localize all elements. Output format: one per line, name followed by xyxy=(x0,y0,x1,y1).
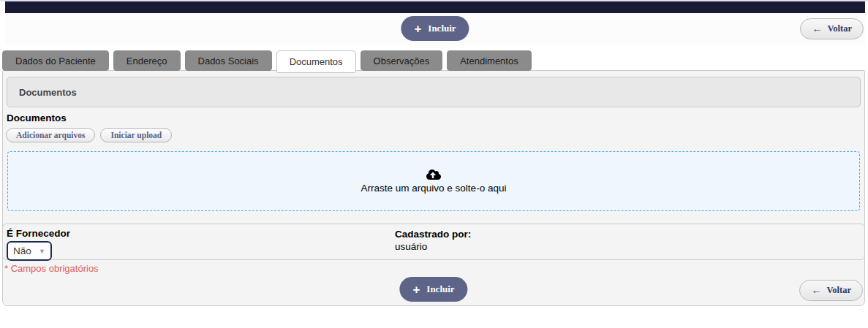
cloud-upload-icon xyxy=(426,169,441,180)
bottom-toolbar: + Incluir ← Voltar xyxy=(3,275,864,305)
cadastrado-por-group: Cadastrado por: usuário xyxy=(395,229,471,252)
voltar-button-label: Voltar xyxy=(826,285,851,296)
chevron-down-icon: ▼ xyxy=(39,248,45,255)
voltar-button-label: Voltar xyxy=(827,23,852,34)
content-card: Documentos Documentos Adicionar arquivos… xyxy=(2,70,865,306)
add-files-button[interactable]: Adicionar arquivos xyxy=(6,128,95,142)
tab-dados-do-paciente[interactable]: Dados do Paciente xyxy=(2,50,109,71)
back-arrow-icon: ← xyxy=(811,286,821,296)
incluir-button-label: Incluir xyxy=(428,23,456,34)
section-title: Documentos xyxy=(19,87,77,98)
plus-icon: + xyxy=(412,283,420,296)
incluir-button-top[interactable]: + Incluir xyxy=(401,16,469,41)
documents-field-label: Documentos xyxy=(7,112,864,123)
incluir-button-bottom[interactable]: + Incluir xyxy=(399,277,467,302)
dropzone-text: Arraste um arquivo e solte-o aqui xyxy=(361,183,507,194)
fornecedor-section: É Fornecedor Não ▼ Cadastrado por: usuár… xyxy=(2,224,865,260)
cadastrado-por-value: usuário xyxy=(395,241,471,252)
app-navbar xyxy=(5,1,865,13)
upload-buttons-row: Adicionar arquivos Iniciar upload xyxy=(6,128,864,142)
required-fields-note: * Campos obrigatórios xyxy=(4,263,864,274)
plus-icon: + xyxy=(414,23,421,35)
tab-observações[interactable]: Observações xyxy=(361,50,443,71)
voltar-button-bottom[interactable]: ← Voltar xyxy=(799,280,863,301)
tab-endereço[interactable]: Endereço xyxy=(113,50,181,71)
tab-atendimentos[interactable]: Atendimentos xyxy=(447,50,532,71)
fornecedor-select[interactable]: Não ▼ xyxy=(7,241,52,261)
file-dropzone[interactable]: Arraste um arquivo e solte-o aqui xyxy=(7,151,860,211)
tab-dados-sociais[interactable]: Dados Sociais xyxy=(185,50,272,71)
fornecedor-select-value: Não xyxy=(13,245,31,256)
section-header: Documentos xyxy=(7,77,861,107)
incluir-button-label: Incluir xyxy=(426,283,454,295)
tabs: Dados do PacienteEndereçoDados SociaisDo… xyxy=(2,50,868,71)
start-upload-button[interactable]: Iniciar upload xyxy=(100,128,172,142)
back-arrow-icon: ← xyxy=(812,24,822,34)
voltar-button-top[interactable]: ← Voltar xyxy=(800,18,864,39)
tab-documentos[interactable]: Documentos xyxy=(276,50,356,73)
top-toolbar: + Incluir ← Voltar xyxy=(5,13,865,45)
cadastrado-por-label: Cadastrado por: xyxy=(395,229,471,240)
